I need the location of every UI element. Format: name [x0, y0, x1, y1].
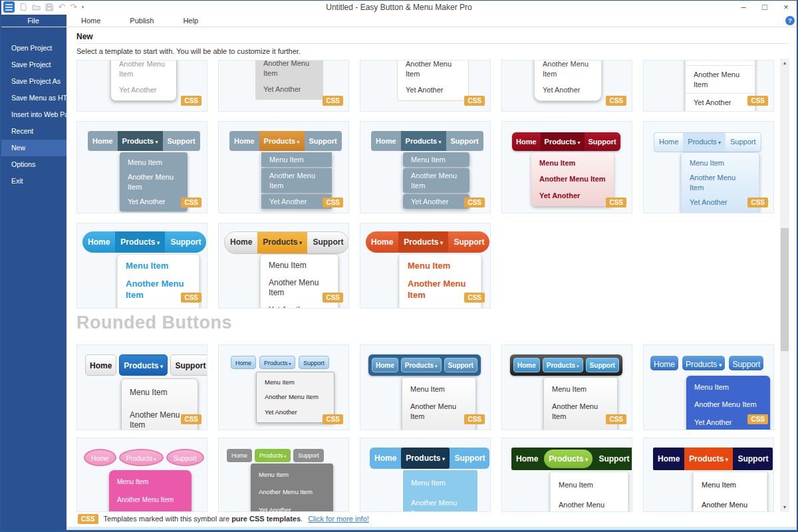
preview-menu-item: Support — [586, 358, 619, 372]
preview-dropdown-item: Menu Item — [531, 155, 614, 171]
preview-menu-item: Products ▾ — [115, 231, 165, 253]
preview-dropdown-item: Menu Item — [257, 375, 334, 390]
preview-dropdown-item: Another Menu Item — [261, 168, 332, 193]
preview-dropdown-item: Yet Another — [544, 425, 617, 430]
template-card-r3c3[interactable]: HomeProducts ▾SupportMenu ItemAnother Me… — [360, 223, 491, 309]
vertical-scrollbar[interactable]: ▴ ▾ — [780, 59, 789, 512]
scroll-up-icon[interactable]: ▴ — [780, 59, 789, 68]
template-card-r4c2[interactable]: HomeProducts ▾SupportMenu ItemAnother Me… — [218, 344, 349, 430]
preview-dropdown-item: Yet Another — [111, 82, 176, 98]
help-icon[interactable]: ? — [785, 16, 795, 25]
css-badge: CSS — [323, 96, 343, 106]
preview-dropdown-item: Yet Another — [255, 81, 323, 97]
preview-menu-item: Home — [229, 131, 259, 151]
window-controls: – □ × — [733, 0, 797, 15]
tab-file[interactable]: File — [0, 15, 66, 27]
template-card-r5c3[interactable]: HomeProducts ▾SupportMenu ItemAnother Me… — [360, 438, 491, 512]
tab-publish[interactable]: Publish — [115, 15, 168, 27]
undo-icon[interactable]: ↶ — [58, 3, 65, 11]
scrollbar-thumb[interactable] — [781, 228, 789, 351]
preview-menu-item: Home — [649, 354, 680, 372]
css-badge: CSS — [464, 96, 485, 106]
sidebar-item-save-menu-as-html[interactable]: Save Menu as HTML — [0, 90, 66, 106]
sidebar-item-open-project[interactable]: Open Project — [0, 40, 66, 57]
template-card-r5c2[interactable]: HomeProducts ▾SupportMenu ItemAnother Me… — [218, 438, 349, 512]
preview-menu-item: Support — [170, 354, 207, 376]
caret-down-icon: ▾ — [440, 456, 445, 462]
preview-menu-item: Products ▾ — [398, 231, 448, 253]
preview-menu-item: Support — [450, 448, 489, 469]
window-title: Untitled - Easy Button & Menu Maker Pro — [0, 0, 798, 15]
app-icon[interactable] — [3, 1, 15, 13]
divider — [76, 43, 789, 44]
preview-menubar: HomeProducts ▾Support — [654, 132, 761, 152]
preview-dropdown: Menu ItemAnother Menu ItemYet Another — [531, 152, 614, 206]
sidebar-item-save-project[interactable]: Save Project — [0, 57, 66, 73]
preview-menubar: HomeProducts ▾Support — [649, 354, 765, 372]
preview-dropdown-item: Another Menu Item — [403, 168, 469, 193]
minimize-button[interactable]: – — [733, 0, 754, 15]
template-card-r3c1[interactable]: HomeProducts ▾SupportMenu ItemAnother Me… — [76, 223, 207, 309]
new-file-icon[interactable] — [19, 3, 27, 11]
preview-dropdown-item: Another Menu Item — [531, 171, 614, 187]
template-card-r1c2[interactable]: Menu ItemAnother Menu ItemYet AnotherCSS — [218, 60, 349, 112]
caret-down-icon: ▾ — [434, 364, 437, 368]
template-card-r4c1[interactable]: HomeProducts ▾SupportMenu ItemAnother Me… — [76, 344, 207, 430]
scroll-down-icon[interactable]: ▾ — [780, 503, 789, 512]
sidebar-item-insert-into-web-page[interactable]: Insert into Web Page — [0, 106, 66, 123]
template-card-r2c3[interactable]: HomeProducts ▾SupportMenu ItemAnother Me… — [360, 121, 491, 213]
preview-dropdown-item: Yet Another — [261, 302, 338, 309]
page-subtitle: Select a template to start with. You wil… — [76, 47, 301, 55]
template-card-r5c4[interactable]: HomeProducts ▾SupportMenu ItemAnother Me… — [501, 438, 632, 512]
preview-menu-item: Home — [653, 448, 684, 470]
preview-menubar: HomeProducts ▾Support — [368, 354, 481, 376]
preview-menubar: HomeProducts ▾Support — [82, 231, 206, 253]
sidebar-item-recent[interactable]: Recent — [0, 123, 66, 140]
section-heading: Rounded Buttons — [76, 313, 232, 333]
preview-dropdown: Menu ItemAnother Menu ItemYet Another — [110, 60, 177, 101]
preview-menu-item: Products ▾ — [119, 354, 168, 376]
sidebar-item-new[interactable]: New — [0, 140, 66, 156]
preview-menu-item: Products ▾ — [259, 131, 305, 151]
preview-menubar: HomeProducts ▾Support — [84, 449, 204, 466]
template-card-r1c4[interactable]: Menu ItemAnother Menu ItemYet AnotherCSS — [501, 60, 632, 112]
template-card-r4c3[interactable]: HomeProducts ▾SupportMenu ItemAnother Me… — [360, 344, 491, 430]
tab-home[interactable]: Home — [66, 15, 115, 27]
customize-toolbar-icon[interactable]: ▾ — [82, 4, 84, 11]
template-card-r2c5[interactable]: HomeProducts ▾SupportMenu ItemAnother Me… — [643, 121, 774, 213]
more-info-link[interactable]: Click for more info! — [308, 515, 369, 523]
css-badge: CSS — [464, 198, 485, 207]
template-card-r1c5[interactable]: Menu ItemAnother Menu ItemYet AnotherCSS — [643, 60, 774, 112]
open-folder-icon[interactable] — [32, 3, 41, 11]
sidebar-item-save-project-as[interactable]: Save Project As — [0, 73, 66, 90]
template-card-r3c2[interactable]: HomeProducts ▾SupportMenu ItemAnother Me… — [218, 223, 349, 309]
sidebar-item-exit[interactable]: Exit — [0, 173, 66, 190]
template-card-r2c2[interactable]: HomeProducts ▾SupportMenu ItemAnother Me… — [218, 121, 349, 213]
preview-menubar: HomeProducts ▾Support — [231, 356, 329, 369]
template-card-r5c1[interactable]: HomeProducts ▾SupportMenu ItemAnother Me… — [76, 438, 207, 512]
preview-dropdown: Menu ItemAnother Menu ItemYet Another — [397, 60, 469, 101]
save-icon[interactable] — [45, 3, 53, 11]
template-card-r2c4[interactable]: HomeProducts ▾SupportMenu ItemAnother Me… — [501, 121, 632, 213]
preview-dropdown-item: Menu Item — [118, 257, 199, 275]
template-card-r4c5[interactable]: HomeProducts ▾SupportMenu ItemAnother Me… — [643, 344, 774, 430]
template-card-r2c1[interactable]: HomeProducts ▾SupportMenu ItemAnother Me… — [76, 121, 207, 213]
template-card-r5c5[interactable]: HomeProducts ▾SupportMenu ItemAnother Me… — [643, 438, 774, 512]
ribbon-tab-strip: File Home Publish Help — [0, 15, 798, 27]
template-card-r1c1[interactable]: Menu ItemAnother Menu ItemYet AnotherCSS — [76, 60, 207, 112]
preview-dropdown-item: Yet Another — [398, 82, 468, 98]
preview-menu-item: Home — [225, 232, 257, 253]
caret-down-icon: ▾ — [295, 139, 299, 145]
preview-dropdown-item: Menu Item — [551, 475, 628, 495]
preview-menu-item: Home — [512, 132, 541, 151]
close-button[interactable]: × — [775, 0, 797, 15]
preview-dropdown: Menu ItemAnother Menu ItemYet Another — [550, 471, 628, 512]
template-card-r1c3[interactable]: Menu ItemAnother Menu ItemYet AnotherCSS — [360, 60, 491, 112]
sidebar-item-options[interactable]: Options — [0, 156, 66, 173]
tab-help[interactable]: Help — [168, 15, 213, 27]
redo-icon[interactable]: ↷ — [70, 3, 77, 11]
preview-menubar: HomeProducts ▾Support — [512, 132, 620, 151]
maximize-button[interactable]: □ — [754, 0, 775, 15]
preview-dropdown-item: Menu Item — [402, 380, 475, 398]
template-card-r4c4[interactable]: HomeProducts ▾SupportMenu ItemAnother Me… — [501, 344, 632, 430]
